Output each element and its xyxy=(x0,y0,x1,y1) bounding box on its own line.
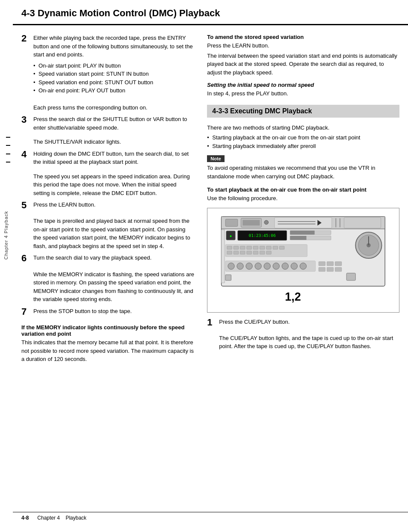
step-4-extra: The speed you set appears in the speed i… xyxy=(33,172,194,198)
right-step-1-extra: The CUE/PLAY button lights, and the tape… xyxy=(219,334,399,351)
bullet-4: On-air end point: PLAY OUT button xyxy=(33,86,194,95)
svg-rect-13 xyxy=(222,230,225,283)
step-2-extra: Each press turns the corresponding butto… xyxy=(33,103,194,112)
step-3-extra: The SHUTTLE/VAR indicator lights. xyxy=(33,138,194,146)
step-6-extra: While the MEMORY indicator is flashing, … xyxy=(33,270,194,304)
device-svg: ● 01:23:45:06 xyxy=(212,213,395,307)
note-label: Note xyxy=(207,155,224,162)
step-2-text: Either while playing back the recorded t… xyxy=(33,35,193,58)
svg-rect-38 xyxy=(240,251,245,254)
start-playback-heading: To start playback at the on-air cue from… xyxy=(207,186,399,193)
left-column: 2 Either while playing back the recorded… xyxy=(21,34,203,368)
amend-text1: Press the LEARN button. xyxy=(207,41,399,50)
svg-point-45 xyxy=(237,263,243,269)
bullet-2: Speed variation start point: STUNT IN bu… xyxy=(33,70,194,78)
bullet-3: Speed variation end point: STUNT OUT but… xyxy=(33,78,194,87)
svg-rect-37 xyxy=(234,251,239,254)
step-7-content: Press the STOP button to stop the tape. xyxy=(33,307,194,316)
section-heading-title: 4-3-3 Executing DMC Playback xyxy=(212,107,312,115)
right-step-1: 1 Press the CUE/PLAY button. xyxy=(207,318,399,328)
svg-rect-29 xyxy=(240,246,245,249)
step-3-number: 3 xyxy=(21,114,33,125)
svg-rect-34 xyxy=(273,246,278,249)
page-footer: 4-8 Chapter 4 Playback xyxy=(13,512,408,523)
svg-rect-31 xyxy=(253,246,258,249)
memory-heading: If the MEMORY indicator lights continuou… xyxy=(21,324,194,337)
main-content: 2 Either while playing back the recorded… xyxy=(13,34,408,368)
svg-point-52 xyxy=(300,263,306,269)
sidebar: Chapter 4 Playback xyxy=(0,43,12,428)
svg-rect-35 xyxy=(280,246,284,249)
method-bullet-1: Starting playback at the on-air cue from… xyxy=(207,133,399,142)
svg-rect-36 xyxy=(227,251,232,254)
step-3-text: Press the search dial or the SHUTTLE but… xyxy=(33,116,187,131)
sidebar-label: Chapter 4 Playback xyxy=(3,211,9,260)
method-bullet-2: Starting playback immediately after prer… xyxy=(207,142,399,151)
svg-point-48 xyxy=(264,263,270,269)
step-4-content: Holding down the DMC EDIT button, turn t… xyxy=(33,150,194,166)
initial-speed-section: Setting the initial speed to normal spee… xyxy=(207,82,399,98)
svg-point-46 xyxy=(246,263,252,269)
step-7-number: 7 xyxy=(21,306,33,317)
svg-rect-58 xyxy=(335,267,342,272)
step-5-extra: The tape is prerolled and played back at… xyxy=(33,217,194,250)
footer-chapter-label: Chapter 4 Playback xyxy=(37,515,86,521)
svg-rect-21 xyxy=(290,236,307,240)
svg-text:01:23:45:06: 01:23:45:06 xyxy=(249,233,276,238)
svg-point-50 xyxy=(282,263,288,269)
svg-rect-53 xyxy=(319,261,325,266)
step-6: 6 Turn the search dial to vary the playb… xyxy=(21,254,194,264)
step-5-content: Press the LEARN button. xyxy=(33,201,194,209)
step-7-text: Press the STOP button to stop the tape. xyxy=(33,308,132,314)
svg-rect-4 xyxy=(243,220,260,225)
initial-speed-text: In step 4, press the PLAY button. xyxy=(207,89,399,98)
svg-rect-57 xyxy=(327,267,334,272)
amend-text2: The interval between the speed variation… xyxy=(207,52,399,77)
footer-chapter-text: Chapter 4 xyxy=(37,515,60,521)
page-header: 4-3 Dynamic Motion Control (DMC) Playbac… xyxy=(13,0,408,25)
svg-text:1,2: 1,2 xyxy=(285,290,301,303)
note-box: Note To avoid operating mistakes we reco… xyxy=(207,155,399,180)
svg-rect-19 xyxy=(290,231,315,235)
device-illustration-box: ● 01:23:45:06 xyxy=(207,208,399,313)
step-4-text: Holding down the DMC EDIT button, turn t… xyxy=(33,151,189,166)
svg-rect-42 xyxy=(266,251,271,254)
svg-rect-12 xyxy=(344,217,381,228)
svg-rect-60 xyxy=(225,275,231,280)
step-5: 5 Press the LEARN button. xyxy=(21,201,194,211)
step-3: 3 Press the search dial or the SHUTTLE b… xyxy=(21,115,194,132)
step-5-number: 5 xyxy=(21,200,33,211)
svg-text:●: ● xyxy=(230,234,232,238)
amend-heading: To amend the stored speed variation xyxy=(207,34,399,40)
step-5-text: Press the LEARN button. xyxy=(33,201,95,208)
svg-rect-56 xyxy=(319,267,325,272)
step-6-text: Turn the search dial to vary the playbac… xyxy=(33,254,151,261)
svg-rect-27 xyxy=(227,246,232,249)
step-4: 4 Holding down the DMC EDIT button, turn… xyxy=(21,150,194,166)
step-4-number: 4 xyxy=(21,149,33,160)
svg-rect-28 xyxy=(234,246,239,249)
svg-rect-33 xyxy=(266,246,271,249)
page-title: 4-3 Dynamic Motion Control (DMC) Playbac… xyxy=(21,8,220,18)
note-text: To avoid operating mistakes we recommend… xyxy=(207,164,399,180)
svg-rect-55 xyxy=(335,261,342,266)
svg-rect-41 xyxy=(260,251,265,254)
memory-section: If the MEMORY indicator lights continuou… xyxy=(21,324,194,364)
footer-page-number: 4-8 xyxy=(21,515,29,521)
right-step-1-text: Press the CUE/PLAY button. xyxy=(219,319,290,325)
memory-text: This indicates that the memory became fu… xyxy=(21,338,194,364)
step-2-number: 2 xyxy=(21,33,33,44)
svg-rect-32 xyxy=(260,246,265,249)
footer-playback-text: Playback xyxy=(65,515,86,521)
right-step-1-content: Press the CUE/PLAY button. xyxy=(219,318,399,326)
svg-rect-39 xyxy=(247,251,251,254)
svg-point-47 xyxy=(255,263,261,269)
svg-point-49 xyxy=(273,263,279,269)
start-playback-section: To start playback at the on-air cue from… xyxy=(207,186,399,203)
right-step-1-number: 1 xyxy=(207,317,219,328)
svg-point-51 xyxy=(291,263,297,269)
initial-speed-heading: Setting the initial speed to normal spee… xyxy=(207,82,399,88)
svg-rect-54 xyxy=(327,261,334,266)
step-2-bullets: On-air start point: PLAY IN button Speed… xyxy=(33,62,194,95)
start-playback-text: Use the following procedure. xyxy=(207,194,399,203)
